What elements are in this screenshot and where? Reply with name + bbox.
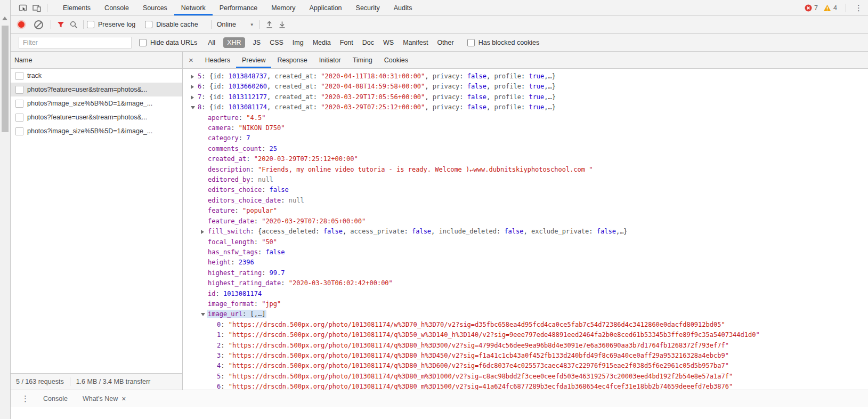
preview-line[interactable]: 6: {id: 1013660260, created_at: "2020-04… [183, 82, 868, 92]
has-blocked-cookies-checkbox[interactable] [467, 39, 475, 46]
preview-line[interactable]: 6: "https://drscdn.500px.org/photo/10130… [183, 382, 868, 390]
collapse-arrow-icon[interactable] [201, 313, 205, 316]
request-row[interactable]: photos?image_size%5B%5D=1&image_... [11, 124, 182, 138]
preview-line[interactable]: focal_length: "50" [183, 237, 868, 247]
drawer-tab-label: What's New [83, 395, 118, 402]
preview-line[interactable]: 2: "https://drscdn.500px.org/photo/10130… [183, 341, 868, 351]
filter-type-all[interactable]: All [207, 37, 216, 48]
preview-line[interactable]: image_format: "jpg" [183, 299, 868, 309]
tab-elements[interactable]: Elements [56, 0, 98, 15]
export-har-icon[interactable] [276, 18, 289, 31]
drawer-tab-what-s-new[interactable]: What's New× [75, 390, 133, 407]
preview-line[interactable]: 3: "https://drscdn.500px.org/photo/10130… [183, 351, 868, 361]
preview-line[interactable]: editors_choice: false [183, 185, 868, 195]
filter-funnel-icon[interactable] [54, 18, 67, 31]
preview-line[interactable]: comments_count: 25 [183, 144, 868, 154]
page-scrollbar[interactable] [0, 0, 11, 419]
filter-type-img[interactable]: Img [291, 37, 305, 48]
scroll-up-arrow-icon[interactable] [2, 17, 7, 20]
filter-type-manifest[interactable]: Manifest [402, 37, 429, 48]
preview-line[interactable]: category: 7 [183, 133, 868, 143]
detail-tab-headers[interactable]: Headers [199, 52, 236, 68]
chevron-down-icon: ▼ [250, 22, 254, 27]
expand-arrow-icon[interactable] [191, 95, 194, 100]
preview-line[interactable]: fill_switch: {access_deleted: false, acc… [183, 227, 868, 237]
preview-line[interactable]: camera: "NIKON D750" [183, 123, 868, 133]
error-badge[interactable]: 7 [805, 4, 818, 12]
filter-type-other[interactable]: Other [436, 37, 455, 48]
preview-line[interactable]: image_url: [,…] [183, 309, 868, 319]
record-network-log-button[interactable] [18, 21, 25, 28]
preview-line[interactable]: id: 1013081174 [183, 289, 868, 299]
inspect-element-icon[interactable] [16, 2, 30, 14]
tab-audits[interactable]: Audits [387, 0, 419, 15]
close-detail-pane-icon[interactable]: × [183, 56, 199, 64]
warning-badge[interactable]: 4 [823, 4, 837, 12]
request-row[interactable]: photos?feature=user&stream=photos&... [11, 83, 182, 96]
preview-line[interactable]: 8: {id: 1013081174, created_at: "2020-03… [183, 102, 868, 112]
request-row[interactable]: photos?image_size%5B%5D=1&image_... [11, 96, 182, 110]
preserve-log-checkbox[interactable] [87, 21, 94, 28]
detail-tab-initiator[interactable]: Initiator [313, 52, 347, 68]
search-icon[interactable] [67, 18, 80, 31]
preview-line[interactable]: 1: "https://drscdn.500px.org/photo/10130… [183, 330, 868, 340]
expand-arrow-icon[interactable] [201, 230, 204, 234]
tab-network[interactable]: Network [174, 0, 213, 15]
preview-line[interactable]: feature_date: "2020-03-29T07:28:05+00:00… [183, 216, 868, 227]
filter-type-js[interactable]: JS [252, 37, 262, 48]
request-row[interactable]: track [11, 69, 182, 83]
expand-arrow-icon[interactable] [191, 75, 194, 79]
scrollbar-thumb[interactable] [2, 26, 9, 132]
tab-performance[interactable]: Performance [213, 0, 265, 15]
disable-cache-checkbox[interactable] [145, 21, 152, 28]
detail-tab-timing[interactable]: Timing [347, 52, 378, 68]
clear-network-log-icon[interactable] [34, 20, 43, 29]
preview-line[interactable]: feature: "popular" [183, 206, 868, 216]
tab-security[interactable]: Security [349, 0, 387, 15]
collapse-arrow-icon[interactable] [191, 106, 195, 109]
preview-line[interactable]: 7: {id: 1013112177, created_at: "2020-03… [183, 92, 868, 102]
preview-line[interactable]: editors_choice_date: null [183, 196, 868, 206]
device-toolbar-icon[interactable] [30, 2, 44, 14]
preview-line[interactable]: aperture: "4.5" [183, 113, 868, 123]
inspect-element-icon [19, 4, 27, 12]
detail-tab-response[interactable]: Response [271, 52, 313, 68]
drawer-menu-icon[interactable]: ⋮ [15, 394, 36, 402]
detail-tab-preview[interactable]: Preview [236, 52, 271, 68]
filter-type-doc[interactable]: Doc [361, 37, 375, 48]
preview-line[interactable]: created_at: "2020-03-29T07:25:12+00:00" [183, 154, 868, 164]
preview-line[interactable]: has_nsfw_tags: false [183, 247, 868, 257]
import-har-icon[interactable] [263, 18, 276, 31]
tab-console[interactable]: Console [98, 0, 136, 15]
filter-type-xhr[interactable]: XHR [223, 37, 245, 48]
preview-line[interactable]: editored_by: null [183, 175, 868, 185]
tab-memory[interactable]: Memory [264, 0, 302, 15]
preview-line[interactable]: description: "Friends, my online video t… [183, 165, 868, 175]
filter-input[interactable] [19, 37, 132, 49]
preview-line[interactable]: 0: "https://drscdn.500px.org/photo/10130… [183, 320, 868, 330]
has-blocked-cookies-label: Has blocked cookies [478, 39, 540, 46]
close-icon[interactable]: × [121, 395, 126, 402]
request-row[interactable]: photos?feature=user&stream=photos&... [11, 110, 182, 124]
filter-type-font[interactable]: Font [339, 37, 354, 48]
expand-arrow-icon[interactable] [191, 85, 194, 89]
preview-line[interactable]: 5: "https://drscdn.500px.org/photo/10130… [183, 372, 868, 382]
filter-type-ws[interactable]: WS [382, 37, 395, 48]
filter-type-css[interactable]: CSS [269, 37, 285, 48]
preview-line[interactable]: highest_rating_date: "2020-03-30T06:02:4… [183, 278, 868, 288]
preview-line[interactable]: height: 2396 [183, 257, 868, 268]
request-name: photos?feature=user&stream=photos&... [27, 86, 147, 93]
preview-line[interactable]: 4: "https://drscdn.500px.org/photo/10130… [183, 361, 868, 371]
tab-application[interactable]: Application [302, 0, 348, 15]
name-column-header[interactable]: Name [11, 52, 182, 69]
network-toolbar: Preserve log Disable cache Online ▼ [11, 16, 868, 34]
filter-type-media[interactable]: Media [312, 37, 332, 48]
throttling-dropdown[interactable]: Online ▼ [217, 21, 254, 28]
more-options-icon[interactable]: ⋮ [849, 4, 868, 12]
preview-line[interactable]: 5: {id: 1013848737, created_at: "2020-04… [183, 71, 868, 82]
preview-line[interactable]: highest_rating: 99.7 [183, 268, 868, 278]
drawer-tab-console[interactable]: Console [36, 390, 75, 407]
detail-tab-cookies[interactable]: Cookies [378, 52, 414, 68]
tab-sources[interactable]: Sources [136, 0, 174, 15]
hide-data-urls-checkbox[interactable] [139, 39, 147, 46]
